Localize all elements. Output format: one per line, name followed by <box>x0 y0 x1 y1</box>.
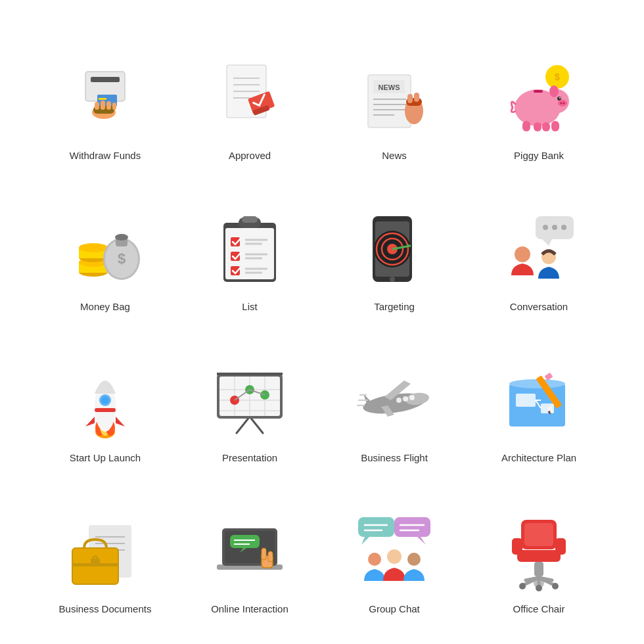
svg-marker-78 <box>542 239 552 246</box>
icon-cell-conversation: Conversation <box>470 174 608 319</box>
svg-point-79 <box>543 225 548 230</box>
svg-point-152 <box>407 553 421 566</box>
approved-label: Approved <box>229 150 271 161</box>
icon-cell-withdraw-funds: Withdraw Funds <box>36 23 174 168</box>
svg-point-109 <box>403 396 408 402</box>
startup-launch-label: Start Up Launch <box>70 452 141 463</box>
office-chair-label: Office Chair <box>513 603 565 614</box>
icon-cell-online-interaction: Online Interaction <box>181 476 319 621</box>
business-flight-label: Business Flight <box>361 452 428 463</box>
group-chat-label: Group Chat <box>369 603 420 614</box>
business-documents-icon <box>62 509 148 594</box>
icon-cell-targeting: Targeting <box>325 174 463 319</box>
svg-point-90 <box>101 396 109 404</box>
svg-point-82 <box>515 246 530 262</box>
svg-rect-7 <box>101 101 105 110</box>
svg-point-165 <box>519 583 526 589</box>
list-label: List <box>242 301 257 312</box>
svg-rect-58 <box>242 216 258 223</box>
icon-cell-business-flight: Business Flight <box>325 325 463 470</box>
svg-point-33 <box>549 85 559 97</box>
withdraw-funds-icon <box>62 55 148 141</box>
svg-point-38 <box>563 103 565 104</box>
svg-point-36 <box>558 100 567 106</box>
architecture-plan-label: Architecture Plan <box>501 452 576 463</box>
money-bag-icon: $ <box>62 206 148 292</box>
svg-rect-43 <box>534 90 543 93</box>
targeting-icon <box>352 206 437 292</box>
svg-line-92 <box>237 417 250 433</box>
svg-point-81 <box>561 225 566 230</box>
svg-rect-8 <box>106 101 111 110</box>
svg-rect-141 <box>268 551 273 562</box>
svg-rect-40 <box>534 122 541 131</box>
svg-rect-39 <box>522 121 530 131</box>
svg-marker-145 <box>417 537 426 545</box>
icon-cell-approved: Approved <box>181 23 319 168</box>
svg-rect-154 <box>524 523 553 546</box>
svg-rect-1 <box>91 77 120 82</box>
svg-rect-136 <box>230 535 260 548</box>
list-icon <box>207 206 292 292</box>
svg-rect-42 <box>551 121 559 131</box>
icon-cell-list: List <box>181 174 319 319</box>
svg-rect-26 <box>407 94 413 103</box>
icon-cell-office-chair: Office Chair <box>470 476 608 621</box>
news-icon: NEWS <box>352 55 437 141</box>
online-interaction-icon <box>207 509 292 594</box>
svg-text:$: $ <box>555 72 560 82</box>
icon-cell-business-documents: Business Documents <box>36 476 174 621</box>
presentation-label: Presentation <box>222 452 277 463</box>
office-chair-icon <box>496 509 582 594</box>
business-flight-icon <box>352 357 437 443</box>
icon-cell-money-bag: $ Money Bag <box>36 174 174 319</box>
targeting-label: Targeting <box>374 301 415 312</box>
svg-rect-9 <box>112 103 116 110</box>
presentation-icon <box>207 357 292 443</box>
conversation-icon <box>496 206 582 292</box>
svg-point-49 <box>79 243 108 252</box>
architecture-plan-icon <box>496 357 582 443</box>
icon-cell-presentation: Presentation <box>181 325 319 470</box>
withdraw-funds-label: Withdraw Funds <box>70 150 141 161</box>
icon-cell-startup-launch: Start Up Launch <box>36 325 174 470</box>
svg-point-151 <box>387 549 402 564</box>
svg-point-166 <box>552 583 559 589</box>
piggy-bank-label: Piggy Bank <box>514 150 564 161</box>
svg-point-76 <box>390 277 395 282</box>
svg-text:$: $ <box>118 250 126 267</box>
svg-point-34 <box>557 97 561 101</box>
svg-rect-157 <box>517 550 561 562</box>
piggy-bank-icon: $ <box>496 55 582 141</box>
svg-point-150 <box>368 553 381 566</box>
icon-cell-piggy-bank: $ <box>470 23 608 168</box>
icon-cell-news: NEWS News <box>325 23 463 168</box>
svg-point-167 <box>536 585 542 591</box>
svg-point-37 <box>561 103 563 104</box>
svg-point-35 <box>559 97 561 99</box>
approved-icon <box>207 55 292 141</box>
svg-point-53 <box>115 234 128 241</box>
group-chat-icon <box>352 509 437 594</box>
svg-line-93 <box>250 417 263 433</box>
svg-point-80 <box>552 225 557 230</box>
svg-marker-143 <box>361 537 369 545</box>
icon-cell-group-chat: Group Chat <box>325 476 463 621</box>
svg-point-110 <box>409 395 415 400</box>
news-label: News <box>382 150 407 161</box>
svg-rect-27 <box>414 93 419 102</box>
svg-point-108 <box>396 398 402 403</box>
svg-rect-158 <box>534 562 543 576</box>
svg-rect-122 <box>545 373 553 380</box>
online-interaction-label: Online Interaction <box>211 603 288 614</box>
conversation-label: Conversation <box>510 301 568 312</box>
startup-launch-icon <box>62 357 148 443</box>
money-bag-label: Money Bag <box>80 301 130 312</box>
svg-rect-132 <box>91 559 100 566</box>
svg-rect-144 <box>394 517 430 537</box>
svg-rect-91 <box>95 408 116 412</box>
svg-text:NEWS: NEWS <box>379 83 400 91</box>
svg-rect-116 <box>516 394 536 407</box>
svg-rect-140 <box>262 548 266 560</box>
svg-rect-142 <box>358 517 394 537</box>
